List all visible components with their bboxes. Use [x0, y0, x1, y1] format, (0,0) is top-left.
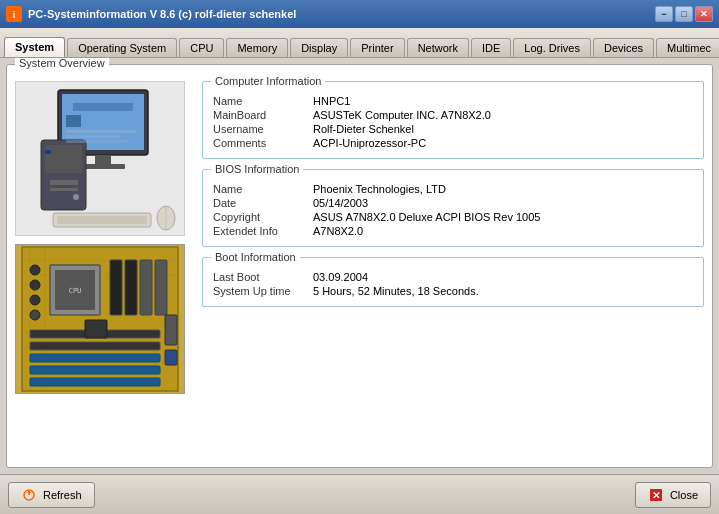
- minimize-button[interactable]: −: [655, 6, 673, 22]
- info-row: Comments ACPI-Uniprozessor-PC: [213, 136, 693, 150]
- svg-text:✕: ✕: [652, 490, 660, 501]
- window-controls: − □ ✕: [655, 6, 713, 22]
- group-box-title: System Overview: [15, 58, 109, 69]
- svg-rect-8: [50, 180, 78, 185]
- svg-rect-36: [30, 366, 160, 374]
- info-label-bios-copyright: Copyright: [213, 211, 313, 223]
- info-value-bios-copyright: ASUS A7N8X2.0 Deluxe ACPI BIOS Rev 1005: [313, 211, 540, 223]
- tab-log-drives[interactable]: Log. Drives: [513, 38, 591, 57]
- boot-info-title: Boot Information: [211, 251, 300, 263]
- svg-text:i: i: [13, 10, 16, 20]
- svg-point-10: [73, 194, 79, 200]
- svg-rect-37: [30, 378, 160, 386]
- motherboard-image: CPU: [15, 244, 185, 394]
- title-bar: i PC-Systeminformation V 8.6 (c) rolf-di…: [0, 0, 719, 28]
- info-label-name: Name: [213, 95, 313, 107]
- computer-info-title: Computer Information: [211, 75, 325, 87]
- tab-memory[interactable]: Memory: [226, 38, 288, 57]
- bios-info-section: BIOS Information Name Phoenix Technologi…: [202, 169, 704, 247]
- app-title: PC-Systeminformation V 8.6 (c) rolf-diet…: [28, 8, 296, 20]
- info-row: Date 05/14/2003: [213, 196, 693, 210]
- info-label-uptime: System Up time: [213, 285, 313, 297]
- svg-rect-29: [110, 260, 122, 315]
- close-button[interactable]: ✕ Close: [635, 482, 711, 508]
- svg-rect-17: [66, 115, 81, 127]
- info-value-name: HNPC1: [313, 95, 350, 107]
- svg-rect-13: [57, 216, 147, 224]
- info-row: System Up time 5 Hours, 52 Minutes, 18 S…: [213, 284, 693, 298]
- refresh-button[interactable]: Refresh: [8, 482, 95, 508]
- svg-rect-4: [95, 155, 111, 165]
- tab-devices[interactable]: Devices: [593, 38, 654, 57]
- svg-point-39: [30, 280, 40, 290]
- toolbar: Refresh ✕ Close: [0, 474, 719, 514]
- tab-operating-system[interactable]: Operating System: [67, 38, 177, 57]
- tab-ide[interactable]: IDE: [471, 38, 511, 57]
- info-label-comments: Comments: [213, 137, 313, 149]
- svg-rect-19: [66, 135, 121, 138]
- info-label-mainboard: MainBoard: [213, 109, 313, 121]
- info-row: MainBoard ASUSTeK Computer INC. A7N8X2.0: [213, 108, 693, 122]
- svg-rect-42: [85, 320, 107, 338]
- svg-rect-30: [125, 260, 137, 315]
- info-value-comments: ACPI-Uniprozessor-PC: [313, 137, 426, 149]
- svg-rect-11: [45, 150, 51, 154]
- svg-rect-31: [140, 260, 152, 315]
- title-bar-left: i PC-Systeminformation V 8.6 (c) rolf-di…: [6, 6, 296, 22]
- svg-point-40: [30, 295, 40, 305]
- tab-cpu[interactable]: CPU: [179, 38, 224, 57]
- tab-bar: System Operating System CPU Memory Displ…: [0, 28, 719, 58]
- tab-printer[interactable]: Printer: [350, 38, 404, 57]
- info-label-bios-name: Name: [213, 183, 313, 195]
- info-value-uptime: 5 Hours, 52 Minutes, 18 Seconds.: [313, 285, 479, 297]
- svg-rect-34: [30, 342, 160, 350]
- svg-rect-5: [81, 164, 125, 169]
- info-value-username: Rolf-Dieter Schenkel: [313, 123, 414, 135]
- svg-text:CPU: CPU: [69, 287, 82, 295]
- info-column: Computer Information Name HNPC1 MainBoar…: [202, 81, 704, 459]
- svg-rect-7: [45, 145, 82, 173]
- svg-rect-18: [66, 130, 136, 133]
- system-overview-group: System Overview: [6, 64, 713, 468]
- close-icon: ✕: [648, 487, 664, 503]
- info-row: Name HNPC1: [213, 94, 693, 108]
- svg-rect-9: [50, 188, 78, 191]
- app-icon: i: [6, 6, 22, 22]
- bios-info-title: BIOS Information: [211, 163, 303, 175]
- info-row: Copyright ASUS A7N8X2.0 Deluxe ACPI BIOS…: [213, 210, 693, 224]
- svg-rect-46: [28, 490, 30, 495]
- boot-info-section: Boot Information Last Boot 03.09.2004 Sy…: [202, 257, 704, 307]
- info-value-bios-extinfo: A7N8X2.0: [313, 225, 363, 237]
- info-row: Extendet Info A7N8X2.0: [213, 224, 693, 238]
- refresh-icon: [21, 487, 37, 503]
- info-value-mainboard: ASUSTeK Computer INC. A7N8X2.0: [313, 109, 491, 121]
- inner-content: CPU: [15, 73, 704, 459]
- info-value-bios-name: Phoenix Technologies, LTD: [313, 183, 446, 195]
- svg-rect-20: [66, 140, 128, 143]
- info-label-last-boot: Last Boot: [213, 271, 313, 283]
- info-label-bios-extinfo: Extendet Info: [213, 225, 313, 237]
- computer-info-section: Computer Information Name HNPC1 MainBoar…: [202, 81, 704, 159]
- svg-rect-44: [165, 350, 177, 365]
- svg-rect-16: [73, 103, 133, 111]
- computer-image: [15, 81, 185, 236]
- main-content: System Overview: [0, 58, 719, 474]
- info-row: Last Boot 03.09.2004: [213, 270, 693, 284]
- info-row: Name Phoenix Technologies, LTD: [213, 182, 693, 196]
- info-value-bios-date: 05/14/2003: [313, 197, 368, 209]
- tab-multimed[interactable]: Multimec: [656, 38, 719, 57]
- info-row: Username Rolf-Dieter Schenkel: [213, 122, 693, 136]
- svg-point-38: [30, 265, 40, 275]
- tab-system[interactable]: System: [4, 37, 65, 57]
- svg-point-41: [30, 310, 40, 320]
- info-label-bios-date: Date: [213, 197, 313, 209]
- info-value-last-boot: 03.09.2004: [313, 271, 368, 283]
- window-close-button[interactable]: ✕: [695, 6, 713, 22]
- info-label-username: Username: [213, 123, 313, 135]
- tab-network[interactable]: Network: [407, 38, 469, 57]
- svg-rect-32: [155, 260, 167, 315]
- tab-display[interactable]: Display: [290, 38, 348, 57]
- svg-rect-35: [30, 354, 160, 362]
- maximize-button[interactable]: □: [675, 6, 693, 22]
- images-column: CPU: [15, 81, 190, 459]
